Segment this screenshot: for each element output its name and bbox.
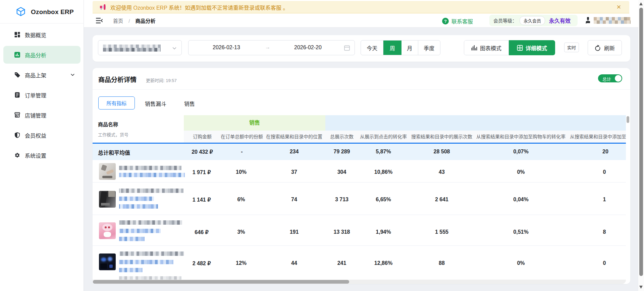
svg-text:?: ?: [444, 19, 447, 24]
